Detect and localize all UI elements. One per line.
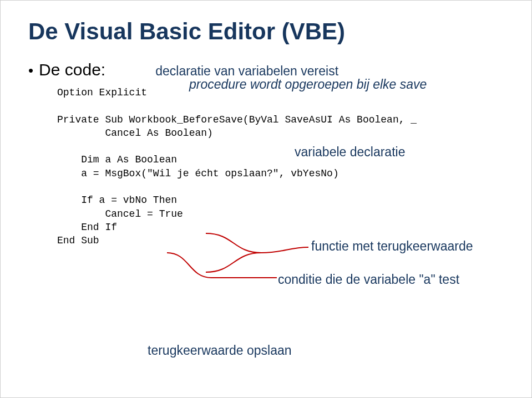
code-line: End Sub [57,235,99,246]
annotation-vardecl: variabele declaratie [295,145,405,160]
slide-title: De Visual Basic Editor (VBE) [28,18,504,45]
code-line: Cancel As Boolean) [57,127,213,139]
slide: De Visual Basic Editor (VBE) • De code: … [0,0,532,398]
bullet-row: • De code: declaratie van variabelen ver… [28,60,504,79]
code-block: Option Explicit Private Sub Workbook_Bef… [57,86,504,248]
bullet-text: De code: [39,60,105,79]
code-line: a = MsgBox("Wil je écht opslaan?", vbYes… [57,168,339,179]
code-line: Private Sub Workbook_BeforeSave(ByVal Sa… [57,114,417,125]
code-line: Dim a As Boolean [57,154,177,165]
bullet-icon: • [28,61,33,78]
code-line: Option Explicit [57,87,147,98]
annotation-procedure: procedure wordt opgeroepen bij elke save [189,77,427,92]
code-line: If a = vbNo Then [57,195,177,206]
annotation-function: functie met terugkeerwaarde [311,239,473,254]
code-line: Cancel = True [57,208,183,220]
annotation-declaration: declaratie van variabelen vereist [155,64,338,79]
code-line: End If [57,222,117,233]
annotation-condition: conditie die de variabele "a" test [278,272,459,287]
annotation-returnstore: terugkeerwaarde opslaan [148,343,292,358]
